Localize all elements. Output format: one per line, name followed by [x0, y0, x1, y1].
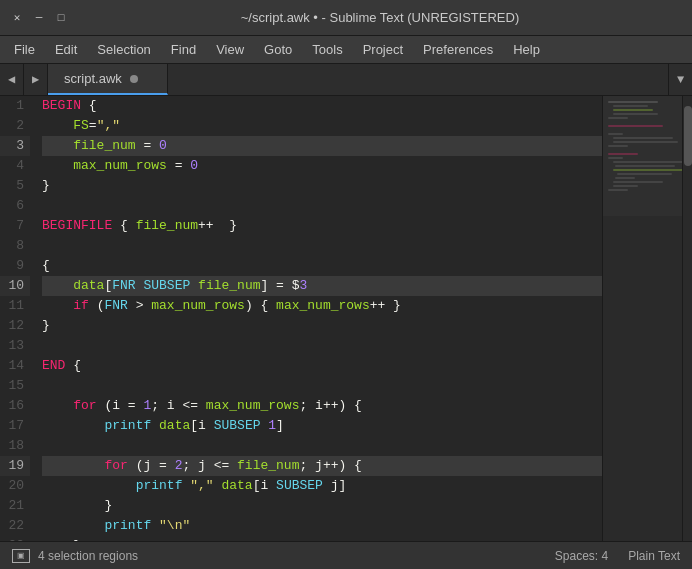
- line-num-8: 8: [0, 236, 30, 256]
- line-num-16: 16: [0, 396, 30, 416]
- status-encoding: Plain Text: [628, 549, 680, 563]
- code-line-13: [42, 336, 602, 356]
- menu-item-help[interactable]: Help: [503, 38, 550, 61]
- window-title: ~/script.awk • - Sublime Text (UNREGISTE…: [78, 10, 682, 25]
- maximize-button[interactable]: □: [54, 11, 68, 25]
- code-line-23: }: [42, 536, 602, 541]
- line-num-7: 7: [0, 216, 30, 236]
- line-num-19: 19: [0, 456, 30, 476]
- code-line-8: [42, 236, 602, 256]
- line-num-23: 23: [0, 536, 30, 541]
- code-line-20: printf "," data[i SUBSEP j]: [42, 476, 602, 496]
- line-numbers: 1234567891011121314151617181920212223242…: [0, 96, 38, 541]
- tab-label: script.awk: [64, 71, 122, 86]
- code-line-6: [42, 196, 602, 216]
- line-num-5: 5: [0, 176, 30, 196]
- statusbar: ▣ 4 selection regions Spaces: 4 Plain Te…: [0, 541, 692, 569]
- tab-script-awk[interactable]: script.awk: [48, 64, 168, 95]
- tab-spacer: [168, 64, 668, 95]
- line-num-3: 3: [0, 136, 30, 156]
- code-line-16: for (i = 1; i <= max_num_rows; i++) {: [42, 396, 602, 416]
- code-line-10: data[FNR SUBSEP file_num] = $3: [42, 276, 602, 296]
- svg-rect-21: [603, 96, 682, 216]
- code-line-2: FS=",": [42, 116, 602, 136]
- line-num-20: 20: [0, 476, 30, 496]
- line-num-13: 13: [0, 336, 30, 356]
- line-num-22: 22: [0, 516, 30, 536]
- code-line-15: [42, 376, 602, 396]
- code-line-22: printf "\n": [42, 516, 602, 536]
- status-right: Spaces: 4 Plain Text: [555, 549, 680, 563]
- code-line-1: BEGIN {: [42, 96, 602, 116]
- scrollbar[interactable]: [682, 96, 692, 541]
- editor: 1234567891011121314151617181920212223242…: [0, 96, 692, 541]
- line-num-9: 9: [0, 256, 30, 276]
- line-num-14: 14: [0, 356, 30, 376]
- line-num-11: 11: [0, 296, 30, 316]
- minimize-button[interactable]: ─: [32, 11, 46, 25]
- line-num-15: 15: [0, 376, 30, 396]
- minimap[interactable]: [602, 96, 682, 541]
- menu-item-selection[interactable]: Selection: [87, 38, 160, 61]
- line-num-12: 12: [0, 316, 30, 336]
- code-line-5: }: [42, 176, 602, 196]
- code-line-19: for (j = 2; j <= file_num; j++) {: [42, 456, 602, 476]
- code-line-14: END {: [42, 356, 602, 376]
- code-line-18: [42, 436, 602, 456]
- code-line-3: file_num = 0: [42, 136, 602, 156]
- line-num-6: 6: [0, 196, 30, 216]
- status-spaces: Spaces: 4: [555, 549, 608, 563]
- menu-item-project[interactable]: Project: [353, 38, 413, 61]
- menu-item-edit[interactable]: Edit: [45, 38, 87, 61]
- tabbar: ◀ ▶ script.awk ▼: [0, 64, 692, 96]
- code-line-12: }: [42, 316, 602, 336]
- code-line-9: {: [42, 256, 602, 276]
- line-num-21: 21: [0, 496, 30, 516]
- line-num-18: 18: [0, 436, 30, 456]
- menu-item-goto[interactable]: Goto: [254, 38, 302, 61]
- menu-item-file[interactable]: File: [4, 38, 45, 61]
- line-num-2: 2: [0, 116, 30, 136]
- window-controls: ✕ ─ □: [10, 11, 68, 25]
- code-line-7: BEGINFILE { file_num++ }: [42, 216, 602, 236]
- code-line-21: }: [42, 496, 602, 516]
- close-button[interactable]: ✕: [10, 11, 24, 25]
- tab-dropdown-button[interactable]: ▼: [668, 64, 692, 95]
- code-line-17: printf data[i SUBSEP 1]: [42, 416, 602, 436]
- tab-nav-right[interactable]: ▶: [24, 64, 48, 95]
- menu-item-find[interactable]: Find: [161, 38, 206, 61]
- menu-item-view[interactable]: View: [206, 38, 254, 61]
- code-line-4: max_num_rows = 0: [42, 156, 602, 176]
- status-selections: 4 selection regions: [38, 549, 138, 563]
- scrollbar-thumb[interactable]: [684, 106, 692, 166]
- line-num-17: 17: [0, 416, 30, 436]
- menu-item-tools[interactable]: Tools: [302, 38, 352, 61]
- menu-item-preferences[interactable]: Preferences: [413, 38, 503, 61]
- line-num-1: 1: [0, 96, 30, 116]
- titlebar: ✕ ─ □ ~/script.awk • - Sublime Text (UNR…: [0, 0, 692, 36]
- menubar: FileEditSelectionFindViewGotoToolsProjec…: [0, 36, 692, 64]
- tab-nav-left[interactable]: ◀: [0, 64, 24, 95]
- code-line-11: if (FNR > max_num_rows) { max_num_rows++…: [42, 296, 602, 316]
- line-num-4: 4: [0, 156, 30, 176]
- tab-modified-indicator: [130, 75, 138, 83]
- status-screen-icon: ▣: [12, 549, 30, 563]
- line-num-10: 10: [0, 276, 30, 296]
- code-area[interactable]: BEGIN { FS="," file_num = 0 max_num_rows…: [38, 96, 602, 541]
